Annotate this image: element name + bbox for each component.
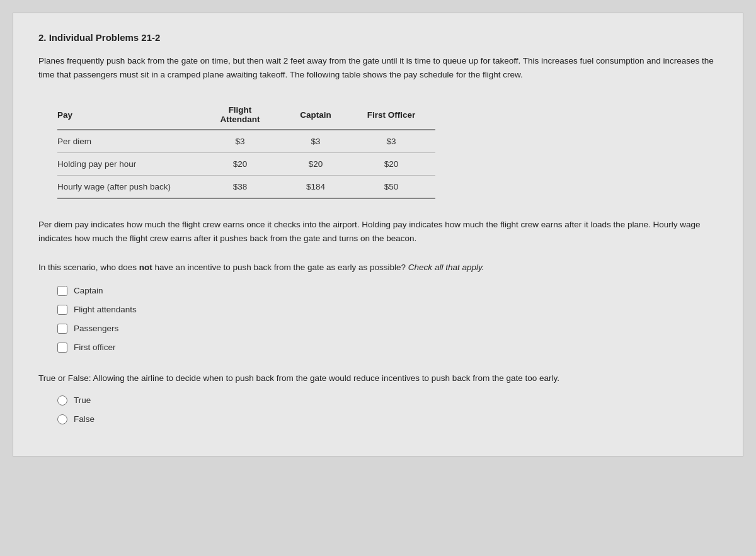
- true-label: True: [74, 395, 91, 405]
- intro-text: Planes frequently push back from the gat…: [38, 54, 718, 81]
- cell-holding-fa: $20: [209, 153, 284, 176]
- question1-text-after: have an incentive to push back from the …: [152, 263, 406, 272]
- table-wrapper: Pay Flight Attendant Captain First Offic…: [57, 100, 699, 199]
- question1-text: In this scenario, who does not have an i…: [38, 261, 718, 275]
- checkbox-group: Captain Flight attendants Passengers Fir…: [57, 286, 699, 353]
- cell-holding-fo: $20: [360, 153, 435, 176]
- true-radio[interactable]: [57, 395, 67, 406]
- col-header-first-officer: First Officer: [360, 100, 435, 130]
- radio-group: True False: [57, 395, 699, 424]
- cell-holding-captain: $20: [284, 153, 360, 176]
- cell-per-diem-captain: $3: [284, 130, 360, 153]
- flight-attendants-checkbox[interactable]: [57, 305, 67, 315]
- cell-per-diem-fa: $3: [209, 130, 284, 153]
- checkbox-item-first-officer[interactable]: First officer: [57, 343, 699, 353]
- description-text: Per diem pay indicates how much the flig…: [38, 218, 718, 245]
- false-radio[interactable]: [57, 414, 67, 424]
- question1-text-before: In this scenario, who does: [38, 263, 139, 272]
- cell-hourly-captain: $184: [284, 176, 360, 199]
- cell-hourly-fo: $50: [360, 176, 435, 199]
- row-label-holding-pay: Holding pay per hour: [57, 153, 209, 176]
- passengers-checkbox[interactable]: [57, 324, 67, 334]
- first-officer-checkbox[interactable]: [57, 343, 67, 353]
- col-header-pay: Pay: [57, 100, 209, 130]
- problem-title: 2. Individual Problems 21-2: [38, 32, 718, 43]
- question2-text: True or False: Allowing the airline to d…: [38, 372, 718, 385]
- row-label-hourly-wage: Hourly wage (after push back): [57, 176, 209, 199]
- checkbox-item-flight-attendants[interactable]: Flight attendants: [57, 305, 699, 315]
- table-row: Holding pay per hour $20 $20 $20: [57, 153, 435, 176]
- radio-item-false[interactable]: False: [57, 414, 699, 424]
- flight-attendants-label: Flight attendants: [74, 305, 137, 314]
- checkbox-item-passengers[interactable]: Passengers: [57, 324, 699, 334]
- captain-label: Captain: [74, 286, 103, 295]
- passengers-label: Passengers: [74, 324, 118, 333]
- pay-schedule-table: Pay Flight Attendant Captain First Offic…: [57, 100, 435, 199]
- col-header-captain: Captain: [284, 100, 360, 130]
- row-label-per-diem: Per diem: [57, 130, 209, 153]
- cell-hourly-fa: $38: [209, 176, 284, 199]
- captain-checkbox[interactable]: [57, 286, 67, 296]
- first-officer-label: First officer: [74, 343, 116, 352]
- radio-item-true[interactable]: True: [57, 395, 699, 406]
- table-row: Hourly wage (after push back) $38 $184 $…: [57, 176, 435, 199]
- question1-bold: not: [139, 263, 152, 272]
- false-label: False: [74, 414, 94, 424]
- table-row: Per diem $3 $3 $3: [57, 130, 435, 153]
- cell-per-diem-fo: $3: [360, 130, 435, 153]
- page-container: 2. Individual Problems 21-2 Planes frequ…: [13, 13, 743, 457]
- checkbox-item-captain[interactable]: Captain: [57, 286, 699, 296]
- col-header-flight-attendant: Flight Attendant: [209, 100, 284, 130]
- question1-italic: Check all that apply.: [408, 263, 484, 272]
